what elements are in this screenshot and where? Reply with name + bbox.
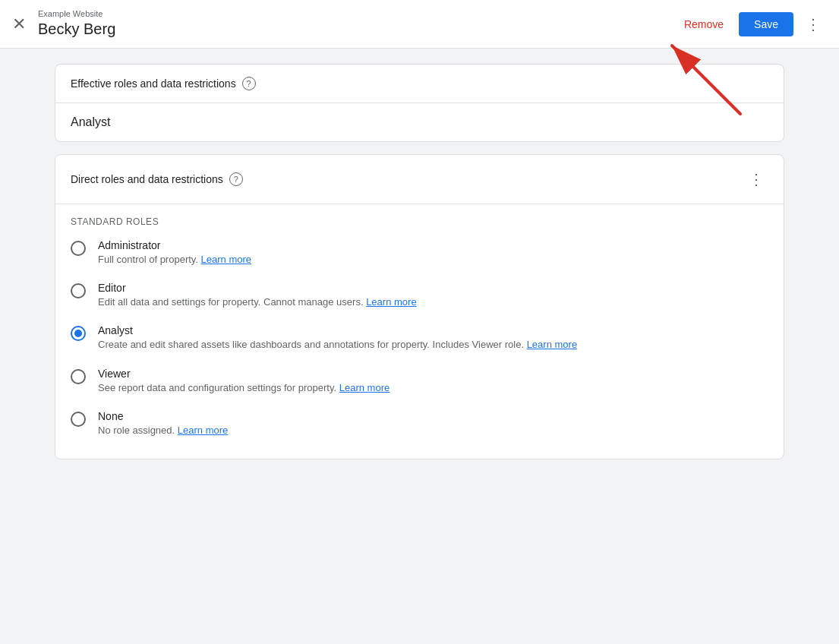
radio-analyst[interactable] <box>71 326 86 341</box>
close-button[interactable]: ✕ <box>12 16 26 33</box>
role-desc-editor: Edit all data and settings for property.… <box>98 295 768 309</box>
vertical-dots-icon: ⋮ <box>806 15 821 33</box>
role-desc-analyst: Create and edit shared assets like dashb… <box>98 338 768 352</box>
role-desc-administrator: Full control of property. Learn more <box>98 253 768 267</box>
header-title: Becky Berg <box>38 19 675 39</box>
role-learn-more-administrator[interactable]: Learn more <box>201 254 251 265</box>
direct-roles-menu-button[interactable]: ⋮ <box>744 167 768 191</box>
effective-role-value: Analyst <box>71 115 110 128</box>
role-name-editor: Editor <box>98 282 768 294</box>
effective-roles-card-body: Analyst <box>55 103 784 141</box>
role-name-administrator: Administrator <box>98 239 768 251</box>
role-desc-viewer: See report data and configuration settin… <box>98 381 768 395</box>
role-content-administrator: AdministratorFull control of property. L… <box>98 239 768 267</box>
role-content-viewer: ViewerSee report data and configuration … <box>98 368 768 395</box>
radio-administrator[interactable] <box>71 241 86 256</box>
direct-roles-label: Direct roles and data restrictions <box>71 173 223 185</box>
direct-roles-card: Direct roles and data restrictions ? ⋮ S… <box>55 154 784 459</box>
header-subtitle: Example Website <box>38 9 675 19</box>
direct-roles-label-area: Direct roles and data restrictions ? <box>71 172 243 186</box>
radio-viewer[interactable] <box>71 369 86 384</box>
role-item-none: NoneNo role assigned. Learn more <box>71 410 768 437</box>
role-item-analyst: AnalystCreate and edit shared assets lik… <box>71 324 768 352</box>
role-learn-more-analyst[interactable]: Learn more <box>527 339 577 350</box>
role-item-viewer: ViewerSee report data and configuration … <box>71 368 768 395</box>
effective-roles-card: Effective roles and data restrictions ? … <box>55 64 784 142</box>
vertical-dots-icon: ⋮ <box>749 170 764 188</box>
radio-editor[interactable] <box>71 283 86 298</box>
role-desc-none: No role assigned. Learn more <box>98 424 768 437</box>
header-title-area: Example Website Becky Berg <box>38 9 675 39</box>
effective-roles-card-header: Effective roles and data restrictions ? <box>55 65 784 103</box>
header: ✕ Example Website Becky Berg Remove Save… <box>0 0 839 49</box>
roles-section: Standard roles AdministratorFull control… <box>55 204 784 459</box>
role-content-editor: EditorEdit all data and settings for pro… <box>98 282 768 309</box>
role-learn-more-viewer[interactable]: Learn more <box>339 382 390 393</box>
role-item-editor: EditorEdit all data and settings for pro… <box>71 282 768 309</box>
role-content-analyst: AnalystCreate and edit shared assets lik… <box>98 324 768 352</box>
main-content: Effective roles and data restrictions ? … <box>0 49 839 487</box>
effective-roles-label: Effective roles and data restrictions <box>71 77 236 90</box>
role-item-administrator: AdministratorFull control of property. L… <box>71 239 768 267</box>
role-learn-more-editor[interactable]: Learn more <box>366 296 416 308</box>
section-label: Standard roles <box>71 216 768 227</box>
role-learn-more-none[interactable]: Learn more <box>178 425 228 436</box>
role-content-none: NoneNo role assigned. Learn more <box>98 410 768 437</box>
save-button[interactable]: Save <box>739 12 793 36</box>
role-name-none: None <box>98 410 768 422</box>
effective-roles-help-icon[interactable]: ? <box>242 77 256 90</box>
remove-button[interactable]: Remove <box>675 12 733 36</box>
radio-none[interactable] <box>71 412 86 427</box>
effective-roles-label-area: Effective roles and data restrictions ? <box>71 77 256 90</box>
role-name-analyst: Analyst <box>98 324 768 336</box>
direct-roles-card-header: Direct roles and data restrictions ? ⋮ <box>55 155 784 204</box>
more-options-button[interactable]: ⋮ <box>800 11 827 38</box>
role-name-viewer: Viewer <box>98 368 768 380</box>
roles-list: AdministratorFull control of property. L… <box>71 239 768 437</box>
header-actions: Remove Save ⋮ <box>675 11 827 38</box>
direct-roles-help-icon[interactable]: ? <box>229 172 243 186</box>
